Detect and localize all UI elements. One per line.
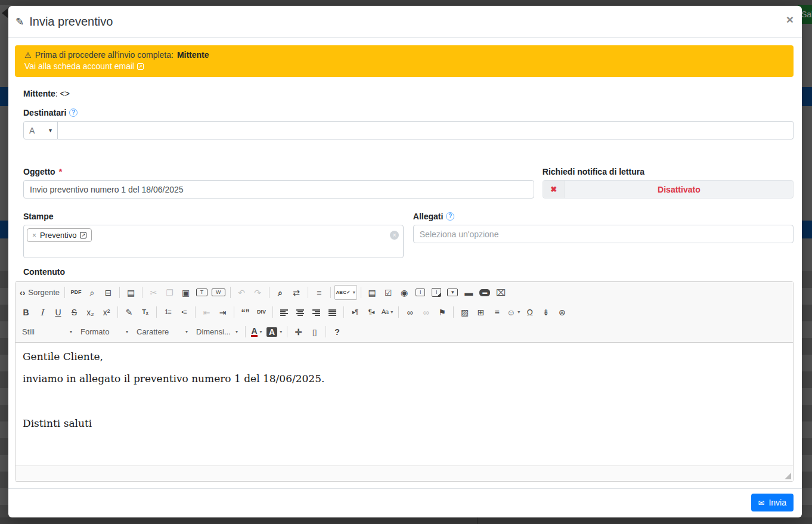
link-button[interactable]: ∞ <box>402 305 417 320</box>
horizontal-rule-button[interactable]: ≡ <box>489 305 504 320</box>
recipients-input[interactable] <box>58 121 794 139</box>
bulleted-list-icon: •≡ <box>181 309 186 315</box>
hidden-field-button[interactable]: ⌧ <box>494 285 509 300</box>
image-button[interactable]: ▨ <box>457 305 472 320</box>
bg-color-button[interactable]: A▾ <box>265 324 283 339</box>
checkbox-button[interactable]: ☑ <box>381 285 396 300</box>
clear-all-icon[interactable]: × <box>390 231 399 240</box>
about-button[interactable]: ? <box>330 324 345 339</box>
size-combo[interactable]: Dimensi...▾ <box>193 324 241 339</box>
maximize-button[interactable]: ✛ <box>291 324 306 339</box>
copy-format-icon: ✎ <box>126 308 133 317</box>
paste-text-button[interactable]: T <box>194 285 209 300</box>
find-button[interactable]: ⌕ <box>273 285 288 300</box>
form-button[interactable]: ▤ <box>365 285 380 300</box>
numbered-list-button[interactable]: 1≡ <box>160 305 175 320</box>
underline-button[interactable]: U <box>51 305 66 320</box>
attachments-select[interactable] <box>413 225 794 243</box>
paste-button[interactable]: ▣ <box>178 285 193 300</box>
open-print-icon[interactable]: ↗ <box>80 232 86 238</box>
page-break-button[interactable]: ⇟ <box>538 305 553 320</box>
toolbar-separator <box>330 287 331 298</box>
language-button[interactable]: Aa▾ <box>380 305 395 320</box>
radio-icon: ◉ <box>401 289 408 297</box>
read-receipt-status[interactable]: Disattivato <box>565 181 793 198</box>
subject-input[interactable] <box>23 180 534 199</box>
spellcheck-button[interactable]: ABC✓▾ <box>334 285 357 300</box>
button-button[interactable]: ▬ <box>461 285 476 300</box>
preview-button[interactable]: ⌕ <box>85 285 100 300</box>
bidi-rtl-button[interactable]: ¶◂ <box>364 305 379 320</box>
strike-button[interactable]: S <box>67 305 82 320</box>
source-button[interactable]: ‹›Sorgente <box>18 285 61 300</box>
export-pdf-button[interactable]: PDF <box>69 285 83 300</box>
special-char-icon: Ω <box>527 308 533 317</box>
templates-icon: ▤ <box>127 289 135 297</box>
anchor-icon: ⚑ <box>438 308 446 317</box>
warning-text: Prima di procedere all'invio completa: <box>35 50 173 60</box>
blockquote-button[interactable]: “” <box>238 305 253 320</box>
smiley-button[interactable]: ☺▾ <box>506 305 521 320</box>
remove-tag-icon[interactable]: × <box>32 231 36 240</box>
resize-grip[interactable] <box>785 473 791 479</box>
help-icon[interactable]: ? <box>69 108 78 117</box>
align-left-button[interactable] <box>277 305 292 320</box>
read-receipt-label: Richiedi notifica di lettura <box>543 167 794 176</box>
attachments-label-text: Allegati <box>413 212 444 221</box>
subject-label-text: Oggetto <box>23 167 55 176</box>
subscript-button[interactable]: x₂ <box>83 305 98 320</box>
font-combo[interactable]: Carattere▾ <box>133 324 191 339</box>
toolbar-separator <box>398 306 399 318</box>
text-color-button[interactable]: A▾ <box>249 324 264 339</box>
editor-toolbar: ‹›SorgentePDF⌕⊟▤✂❐▣TW↶↷⌕⇄≡ABC✓▾▤☑◉II▾▬▬⌧… <box>16 282 793 343</box>
recipient-type-value: A <box>29 126 35 135</box>
anchor-button[interactable]: ⚑ <box>435 305 450 320</box>
format-combo[interactable]: Formato▾ <box>77 324 132 339</box>
paste-word-button[interactable]: W <box>210 285 227 300</box>
content-label-text: Contenuto <box>23 267 65 277</box>
send-button[interactable]: ✉ Invia <box>751 494 794 511</box>
replace-button[interactable]: ⇄ <box>289 285 304 300</box>
print-button[interactable]: ⊟ <box>101 285 116 300</box>
remove-format-button[interactable]: Tₓ <box>138 305 153 320</box>
radio-button[interactable]: ◉ <box>397 285 412 300</box>
email-account-link[interactable]: Vai alla scheda account email ↗ <box>24 61 144 71</box>
iframe-button[interactable]: ⊛ <box>554 305 569 320</box>
align-center-button[interactable] <box>293 305 308 320</box>
toolbar-separator <box>64 287 65 298</box>
italic-button[interactable]: I <box>35 305 49 320</box>
indent-button[interactable]: ⇥ <box>215 305 230 320</box>
textarea-button[interactable]: I <box>429 285 444 300</box>
image-button-button[interactable]: ▬ <box>478 285 492 300</box>
print-tag-label: Preventivo <box>40 231 76 240</box>
bulleted-list-button[interactable]: •≡ <box>176 305 191 320</box>
styles-combo[interactable]: Stili▾ <box>18 324 76 339</box>
caret-down-icon: ▾ <box>260 329 262 334</box>
close-icon[interactable]: × <box>786 13 794 26</box>
align-right-button[interactable] <box>309 305 324 320</box>
recipient-type-select[interactable]: A ▾ <box>23 121 58 139</box>
editor-content[interactable]: Gentile Cliente,inviamo in allegato il p… <box>16 343 793 466</box>
superscript-button[interactable]: x² <box>99 305 114 320</box>
underline-icon: U <box>55 308 61 317</box>
show-blocks-button[interactable]: ▯ <box>307 324 322 339</box>
bold-button[interactable]: B <box>18 305 33 320</box>
text-field-button[interactable]: I <box>413 285 428 300</box>
div-button[interactable]: DIV <box>254 305 269 320</box>
select-field-button[interactable]: ▾ <box>445 285 460 300</box>
page-break-icon: ⇟ <box>543 308 550 317</box>
strike-icon: S <box>72 308 77 317</box>
select-all-button[interactable]: ≡ <box>312 285 327 300</box>
templates-button[interactable]: ▤ <box>123 285 138 300</box>
toolbar-separator <box>117 306 118 318</box>
align-justify-button[interactable] <box>325 305 340 320</box>
align-left-icon <box>280 309 288 316</box>
copy-format-button[interactable]: ✎ <box>122 305 137 320</box>
table-button[interactable]: ⊞ <box>473 305 488 320</box>
help-icon[interactable]: ? <box>446 212 454 221</box>
bidi-ltr-button[interactable]: ▸¶ <box>348 305 362 320</box>
prints-multiselect[interactable]: × Preventivo ↗ × <box>23 225 404 258</box>
paste-word-icon: W <box>212 289 225 296</box>
special-char-button[interactable]: Ω <box>522 305 537 320</box>
read-receipt-clear-button[interactable]: ✖ <box>543 181 565 198</box>
